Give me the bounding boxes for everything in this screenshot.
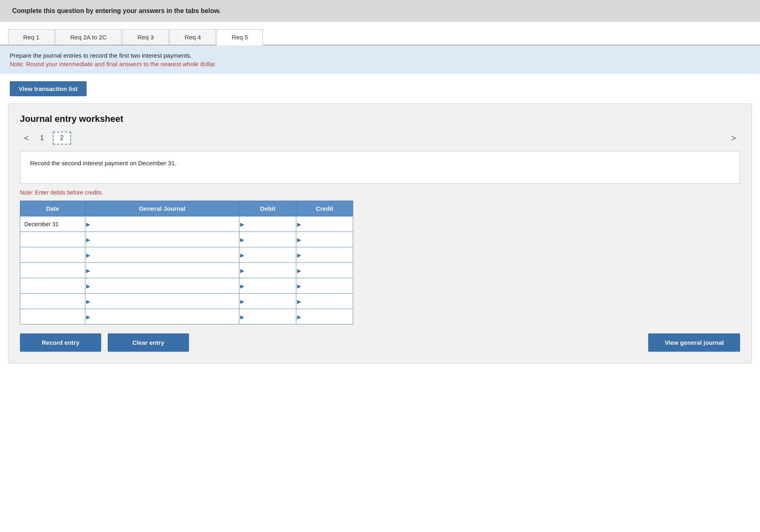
date-cell-2 (20, 232, 85, 247)
credit-input-3[interactable] (296, 247, 353, 262)
debit-cell-4[interactable]: ▶ (239, 263, 296, 278)
date-cell-6 (20, 294, 85, 309)
debit-input-6[interactable] (239, 294, 296, 309)
worksheet-container: Journal entry worksheet < 1 2 > Record t… (8, 104, 752, 363)
debit-input-1[interactable] (239, 216, 296, 231)
gj-cell-7[interactable]: ▶ (85, 309, 239, 324)
credit-cell-6[interactable]: ▶ (296, 294, 353, 309)
gj-input-6[interactable] (85, 294, 239, 309)
entry-description-text: Record the second interest payment on De… (30, 160, 176, 167)
table-row: ▶ ▶ ▶ (20, 294, 353, 309)
table-row: ▶ ▶ ▶ (20, 309, 353, 324)
tabs-bar: Req 1 Req 2A to 2C Req 3 Req 4 Req 5 (0, 22, 760, 45)
credit-input-6[interactable] (296, 294, 353, 309)
debit-input-2[interactable] (239, 232, 296, 247)
gj-input-2[interactable] (85, 232, 239, 247)
credit-cell-4[interactable]: ▶ (296, 263, 353, 278)
credit-cell-1[interactable]: ▶ (296, 216, 353, 232)
debit-cell-1[interactable]: ▶ (239, 216, 296, 232)
table-row: ▶ ▶ ▶ (20, 278, 353, 294)
gj-cell-4[interactable]: ▶ (85, 263, 239, 278)
record-entry-button[interactable]: Record entry (20, 333, 101, 352)
tab-req1[interactable]: Req 1 (8, 29, 54, 45)
date-cell-1: December 31 (20, 216, 85, 232)
date-cell-7 (20, 309, 85, 324)
table-row: ▶ ▶ ▶ (20, 232, 353, 247)
date-cell-4 (20, 263, 85, 278)
credit-cell-2[interactable]: ▶ (296, 232, 353, 247)
gj-cell-3[interactable]: ▶ (85, 247, 239, 263)
instruction-note: Note: Round your intermediate and final … (10, 61, 750, 67)
nav-left-arrow[interactable]: < (20, 132, 33, 145)
credit-cell-3[interactable]: ▶ (296, 247, 353, 263)
top-instruction: Complete this question by entering your … (0, 0, 760, 22)
credit-input-4[interactable] (296, 263, 353, 278)
view-general-journal-button[interactable]: View general journal (648, 333, 740, 352)
nav-page-1[interactable]: 1 (33, 132, 51, 144)
gj-cell-1[interactable]: ▶ (85, 216, 239, 232)
table-row: December 31 ▶ ▶ ▶ (20, 216, 353, 232)
gj-cell-5[interactable]: ▶ (85, 278, 239, 294)
table-row: ▶ ▶ ▶ (20, 263, 353, 278)
tab-req3[interactable]: Req 3 (122, 29, 169, 45)
gj-input-4[interactable] (85, 263, 239, 278)
credit-cell-7[interactable]: ▶ (296, 309, 353, 324)
credit-input-1[interactable] (296, 216, 353, 231)
gj-input-7[interactable] (85, 309, 239, 324)
journal-table: Date General Journal Debit Credit Decemb… (20, 201, 353, 324)
debit-cell-3[interactable]: ▶ (239, 247, 296, 263)
debit-input-4[interactable] (239, 263, 296, 278)
credit-input-7[interactable] (296, 309, 353, 324)
instruction-main: Prepare the journal entries to record th… (10, 52, 192, 59)
instruction-box: Prepare the journal entries to record th… (0, 45, 760, 74)
col-header-date: Date (20, 201, 85, 216)
debit-input-5[interactable] (239, 278, 296, 293)
credit-input-2[interactable] (296, 232, 353, 247)
debit-cell-5[interactable]: ▶ (239, 278, 296, 294)
credit-cell-5[interactable]: ▶ (296, 278, 353, 294)
table-row: ▶ ▶ ▶ (20, 247, 353, 263)
credit-input-5[interactable] (296, 278, 353, 293)
date-cell-5 (20, 278, 85, 294)
tab-req5[interactable]: Req 5 (217, 29, 263, 45)
debit-cell-2[interactable]: ▶ (239, 232, 296, 247)
nav-row: < 1 2 > (20, 132, 740, 145)
nav-right-arrow[interactable]: > (727, 132, 740, 145)
gj-cell-2[interactable]: ▶ (85, 232, 239, 247)
debit-input-7[interactable] (239, 309, 296, 324)
clear-entry-button[interactable]: Clear entry (108, 333, 189, 352)
col-header-general-journal: General Journal (85, 201, 239, 216)
gj-cell-6[interactable]: ▶ (85, 294, 239, 309)
entry-description-box: Record the second interest payment on De… (20, 151, 740, 184)
tab-req2a2c[interactable]: Req 2A to 2C (55, 29, 122, 45)
debits-note: Note: Enter debits before credits. (20, 189, 740, 196)
gj-input-1[interactable] (85, 216, 239, 231)
col-header-debit: Debit (239, 201, 296, 216)
debit-cell-6[interactable]: ▶ (239, 294, 296, 309)
worksheet-title: Journal entry worksheet (20, 114, 740, 124)
col-header-credit: Credit (296, 201, 353, 216)
bottom-buttons: Record entry Clear entry View general jo… (20, 333, 740, 352)
gj-input-3[interactable] (85, 247, 239, 262)
debit-cell-7[interactable]: ▶ (239, 309, 296, 324)
view-transaction-button[interactable]: View transaction list (10, 81, 87, 96)
instruction-text: Complete this question by entering your … (12, 7, 221, 14)
nav-page-2[interactable]: 2 (53, 132, 71, 145)
tab-req4[interactable]: Req 4 (169, 29, 216, 45)
date-value-1: December 31 (24, 221, 59, 227)
gj-input-5[interactable] (85, 278, 239, 293)
date-cell-3 (20, 247, 85, 263)
debit-input-3[interactable] (239, 247, 296, 262)
